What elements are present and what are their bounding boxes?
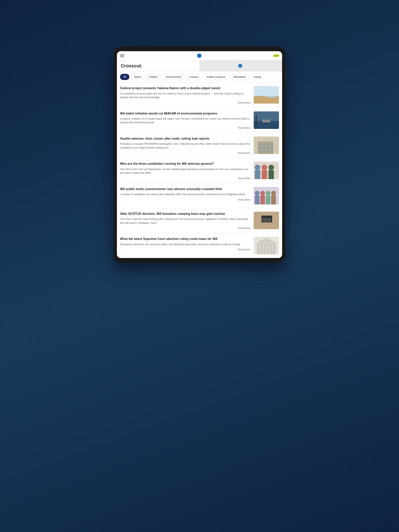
- menu-icon[interactable]: [120, 54, 124, 57]
- pbs-circle-icon: [197, 54, 201, 58]
- news-description: A consultation process opens the door fo…: [120, 92, 251, 99]
- news-title[interactable]: After SCOTUS decision, WA homeless campi…: [120, 212, 251, 216]
- news-description: If passed, Initiative 2117 would repeal …: [120, 117, 251, 124]
- tablet-screen: Crosscut. ⊙ All News Politics Environmen…: [117, 51, 282, 258]
- news-item: After SCOTUS decision, WA homeless campi…: [117, 208, 282, 233]
- news-description: A variety of candidates are seeking the …: [120, 192, 251, 196]
- svg-rect-1: [254, 86, 279, 96]
- news-content: WA public lands commissioner race attrac…: [120, 187, 251, 201]
- svg-rect-19: [271, 150, 273, 152]
- news-title[interactable]: Who are the three candidates running for…: [120, 162, 251, 166]
- news-content: WA ballot initiative would cut $848.6M o…: [120, 111, 251, 129]
- news-content: After SCOTUS decision, WA homeless campi…: [120, 212, 251, 230]
- kcts-logo[interactable]: ⊙: [200, 60, 282, 71]
- svg-text:Without shelter: Without shelter: [262, 218, 271, 220]
- svg-point-32: [266, 191, 270, 196]
- svg-rect-26: [269, 170, 274, 179]
- svg-rect-46: [270, 244, 272, 254]
- news-thumbnail: [254, 111, 279, 129]
- svg-rect-29: [255, 196, 259, 204]
- svg-rect-35: [271, 196, 276, 204]
- news-description: The Court ruled that laws limiting publi…: [120, 217, 251, 225]
- read-more-link[interactable]: Read More: [120, 101, 251, 104]
- svg-rect-42: [258, 244, 259, 254]
- news-item: Seattle veterans clinic closes after mol…: [117, 133, 282, 158]
- svg-rect-22: [255, 170, 260, 179]
- svg-rect-41: [257, 243, 276, 254]
- tab-all[interactable]: All: [120, 74, 129, 80]
- news-title[interactable]: Federal project presents Yakama Nation w…: [120, 86, 251, 90]
- svg-rect-9: [259, 147, 261, 149]
- svg-rect-18: [271, 147, 273, 149]
- cascade-pbs-logo: [196, 54, 201, 58]
- svg-point-25: [269, 165, 274, 170]
- svg-rect-8: [259, 143, 261, 145]
- read-more-link[interactable]: Read More: [120, 177, 251, 180]
- crosscut-logo[interactable]: Crosscut.: [117, 60, 200, 71]
- read-more-link[interactable]: Read More: [120, 126, 251, 129]
- tab-politics[interactable]: Politics: [146, 74, 161, 80]
- tablet-frame: Crosscut. ⊙ All News Politics Environmen…: [114, 47, 285, 263]
- hero-section: [196, 8, 203, 37]
- svg-rect-12: [264, 147, 265, 149]
- news-content: Federal project presents Yakama Nation w…: [120, 86, 251, 104]
- news-item: What the latest Supreme Court abortion r…: [117, 233, 282, 258]
- tab-inside-crosscut[interactable]: Inside Crosscut: [203, 74, 229, 80]
- read-more-link[interactable]: Read More: [120, 152, 251, 154]
- svg-rect-44: [264, 244, 265, 254]
- news-thumbnail: [254, 162, 279, 179]
- kcts-circle-icon: ⊙: [238, 64, 242, 68]
- news-thumbnail: [254, 137, 279, 154]
- svg-rect-45: [267, 244, 269, 254]
- news-item: Who are the three candidates running for…: [117, 158, 282, 183]
- news-title[interactable]: Seattle veterans clinic closes after mol…: [120, 137, 251, 141]
- crosscut-dot: .: [141, 63, 142, 68]
- news-content: Seattle veterans clinic closes after mol…: [120, 137, 251, 154]
- news-thumbnail: [254, 86, 279, 104]
- news-item: Federal project presents Yakama Nation w…: [117, 82, 282, 108]
- svg-text:PEOPLE DIE: PEOPLE DIE: [263, 220, 271, 222]
- news-item: WA ballot initiative would cut $848.6M o…: [117, 108, 282, 133]
- tab-mossback[interactable]: Mossback: [230, 74, 249, 80]
- svg-rect-13: [264, 150, 265, 152]
- news-title[interactable]: WA public lands commissioner race attrac…: [120, 187, 251, 191]
- svg-rect-17: [271, 143, 273, 145]
- news-list: Federal project presents Yakama Nation w…: [117, 82, 282, 258]
- svg-point-30: [260, 191, 265, 196]
- news-description: Emergency abortions can resume in Idaho,…: [120, 242, 251, 246]
- svg-rect-47: [274, 244, 275, 254]
- donate-button[interactable]: [274, 55, 279, 57]
- svg-rect-24: [262, 170, 267, 179]
- category-tabs: All News Politics Environment Culture In…: [117, 71, 282, 82]
- tab-news[interactable]: News: [131, 74, 144, 80]
- news-title[interactable]: What the latest Supreme Court abortion r…: [120, 237, 251, 241]
- news-description: Following a Cascade PBS/NWPB investigati…: [120, 142, 251, 150]
- tab-environment[interactable]: Environment: [163, 74, 185, 80]
- news-thumbnail: Without shelterPEOPLE DIE: [254, 212, 279, 229]
- tab-equity[interactable]: Equity: [251, 74, 265, 80]
- top-bar: [117, 51, 282, 60]
- news-content: Who are the three candidates running for…: [120, 162, 251, 180]
- read-more-link[interactable]: Read More: [120, 227, 251, 230]
- svg-rect-10: [259, 150, 261, 152]
- svg-point-23: [262, 165, 267, 170]
- news-content: What the latest Supreme Court abortion r…: [120, 237, 251, 251]
- svg-rect-5: [256, 115, 257, 126]
- svg-point-34: [271, 191, 276, 196]
- news-title[interactable]: WA ballot initiative would cut $848.6M o…: [120, 111, 251, 116]
- svg-rect-15: [267, 147, 269, 149]
- news-thumbnail: [254, 237, 279, 254]
- news-item: WA public lands commissioner race attrac…: [117, 184, 282, 208]
- svg-point-21: [255, 165, 260, 170]
- news-thumbnail: [254, 187, 279, 204]
- read-more-link[interactable]: Read More: [120, 198, 251, 201]
- svg-rect-33: [266, 196, 270, 204]
- svg-rect-43: [261, 244, 262, 254]
- svg-rect-16: [267, 150, 269, 152]
- svg-rect-4: [262, 120, 270, 122]
- svg-rect-14: [267, 143, 269, 145]
- dual-logo-bar: Crosscut. ⊙: [117, 60, 282, 71]
- svg-point-28: [255, 191, 259, 196]
- tab-culture[interactable]: Culture: [186, 74, 202, 80]
- read-more-link[interactable]: Read More: [120, 248, 251, 251]
